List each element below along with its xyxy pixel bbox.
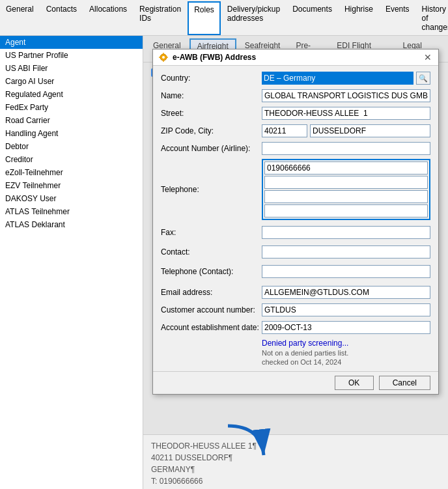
account-airline-row: Account Number (Airline): xyxy=(161,141,430,156)
address-block: THEODOR-HEUSS ALLEE 1¶ 40211 DUSSELDORF¶… xyxy=(143,435,448,489)
modal-close-button[interactable]: ✕ xyxy=(423,52,433,63)
fax-row: Fax: xyxy=(161,225,430,240)
email-input[interactable] xyxy=(262,286,430,299)
country-search-button[interactable]: 🔍 xyxy=(416,72,430,85)
modal-body: Country: DE – Germany 🔍 Name: xyxy=(153,66,438,371)
street-input[interactable] xyxy=(262,107,430,120)
sidebar-item-dakosy[interactable]: DAKOSY User xyxy=(0,192,143,205)
sidebar-item-us-abi[interactable]: US ABI Filer xyxy=(0,62,143,75)
country-value[interactable]: DE – Germany xyxy=(262,72,413,85)
sidebar-item-atlas-deklarant[interactable]: ATLAS Deklarant xyxy=(0,218,143,231)
sidebar-item-road[interactable]: Road Carrier xyxy=(0,114,143,127)
sidebar: Agent US Partner Profile US ABI Filer Ca… xyxy=(0,36,143,489)
email-control xyxy=(262,286,430,299)
top-nav-roles[interactable]: Roles xyxy=(188,1,221,35)
arrow-container xyxy=(221,423,273,464)
telephone-label: Telephone: xyxy=(161,185,262,194)
top-nav-allocations[interactable]: Allocations xyxy=(83,1,133,35)
svg-point-1 xyxy=(162,56,165,59)
customer-account-label: Customer account number: xyxy=(161,305,262,314)
content-area: General Airfreight Seafreight Pre-Alerts… xyxy=(143,36,448,489)
arrow-icon xyxy=(221,423,273,462)
sidebar-item-creditor[interactable]: Creditor xyxy=(0,153,143,166)
country-label: Country: xyxy=(161,74,262,83)
contact-label: Contact: xyxy=(161,247,262,257)
customer-account-row: Customer account number: xyxy=(161,303,430,317)
account-airline-control xyxy=(262,142,430,155)
telephone-control xyxy=(262,159,430,220)
ok-button[interactable]: OK xyxy=(335,376,374,390)
telephone-contact-row: Telephone (Contact): xyxy=(161,264,430,279)
account-establishment-control xyxy=(262,321,430,334)
top-nav-history[interactable]: History of changes xyxy=(416,1,448,35)
zip-city-control xyxy=(262,124,430,137)
telephone-contact-control xyxy=(262,265,430,278)
customer-account-input[interactable] xyxy=(262,303,430,316)
zip-city-row: ZIP Code, City: xyxy=(161,124,430,138)
name-row: Name: xyxy=(161,89,430,103)
city-input[interactable] xyxy=(310,124,430,137)
top-nav-registration[interactable]: Registration IDs xyxy=(133,1,187,35)
fax-control xyxy=(262,226,430,239)
account-establishment-row: Account establishment date: xyxy=(161,320,430,335)
contact-row: Contact: xyxy=(161,245,430,259)
fax-input[interactable] xyxy=(262,226,430,239)
contact-input[interactable] xyxy=(262,245,430,258)
email-row: Email address: xyxy=(161,285,430,300)
street-row: Street: xyxy=(161,106,430,120)
main-container: Agent US Partner Profile US ABI Filer Ca… xyxy=(0,36,448,489)
telephone-input[interactable] xyxy=(264,161,428,175)
account-establishment-label: Account establishment date: xyxy=(161,323,262,332)
denied-party-text: Not on a denied parties list. xyxy=(262,349,430,357)
top-nav-contacts[interactable]: Contacts xyxy=(40,1,83,35)
top-nav-delivery[interactable]: Delivery/pickup addresses xyxy=(221,1,286,35)
top-nav-documents[interactable]: Documents xyxy=(287,1,338,35)
name-input[interactable] xyxy=(262,89,430,102)
sidebar-item-debtor[interactable]: Debtor xyxy=(0,140,143,153)
sidebar-item-atlas-teilnehmer[interactable]: ATLAS Teilnehmer xyxy=(0,205,143,218)
name-label: Name: xyxy=(161,91,262,100)
email-label: Email address: xyxy=(161,288,262,297)
sidebar-item-ezoll[interactable]: eZoll-Teilnehmer xyxy=(0,166,143,179)
sidebar-item-ezv[interactable]: EZV Teilnehmer xyxy=(0,179,143,192)
modal-overlay: e-AWB (FWB) Address ✕ Country: DE – Germ… xyxy=(143,36,448,489)
sidebar-item-us-partner[interactable]: US Partner Profile xyxy=(0,49,143,62)
account-airline-input[interactable] xyxy=(262,142,430,155)
customer-account-control xyxy=(262,303,430,316)
address-line2: 40211 DUSSELDORF¶ xyxy=(151,452,440,464)
eawb-icon xyxy=(158,52,169,63)
street-label: Street: xyxy=(161,109,262,118)
street-control xyxy=(262,107,430,120)
telephone-contact-input[interactable] xyxy=(262,265,430,278)
fax-label: Fax: xyxy=(161,228,262,237)
modal-title: e-AWB (FWB) Address xyxy=(173,53,419,62)
zip-input[interactable] xyxy=(262,124,307,137)
name-control xyxy=(262,89,430,102)
sidebar-item-cargo-ai[interactable]: Cargo AI User xyxy=(0,75,143,88)
telephone-section: Telephone: xyxy=(161,159,430,282)
modal-dialog: e-AWB (FWB) Address ✕ Country: DE – Germ… xyxy=(152,49,439,395)
address-line3: GERMANY¶ xyxy=(151,464,440,475)
denied-party-subtext: checked on Oct 14, 2024 xyxy=(262,358,430,366)
top-nav-events[interactable]: Events xyxy=(380,1,415,35)
sidebar-item-fedex[interactable]: FedEx Party xyxy=(0,101,143,114)
sidebar-item-regulated[interactable]: Regulated Agent xyxy=(0,88,143,101)
account-airline-label: Account Number (Airline): xyxy=(161,144,262,153)
modal-title-bar: e-AWB (FWB) Address ✕ xyxy=(153,49,438,66)
address-phone: T: 0190666666 xyxy=(151,475,440,487)
top-nav-general[interactable]: General xyxy=(0,1,40,35)
telephone-extra3[interactable] xyxy=(264,204,428,217)
sidebar-item-agent[interactable]: Agent xyxy=(0,36,143,49)
cancel-button[interactable]: Cancel xyxy=(379,376,430,390)
account-establishment-input[interactable] xyxy=(262,321,430,334)
address-line1: THEODOR-HEUSS ALLEE 1¶ xyxy=(151,440,440,452)
zip-city-label: ZIP Code, City: xyxy=(161,126,262,135)
top-nav-highrise[interactable]: Highrise xyxy=(339,1,379,35)
telephone-extra1[interactable] xyxy=(264,176,428,189)
zip-city-inputs xyxy=(262,124,430,137)
telephone-extra2[interactable] xyxy=(264,190,428,203)
sidebar-item-handling[interactable]: Handling Agent xyxy=(0,127,143,140)
denied-party-link[interactable]: Denied party screening... xyxy=(262,339,430,348)
telephone-group xyxy=(262,159,430,220)
telephone-row: Telephone: xyxy=(161,159,430,220)
